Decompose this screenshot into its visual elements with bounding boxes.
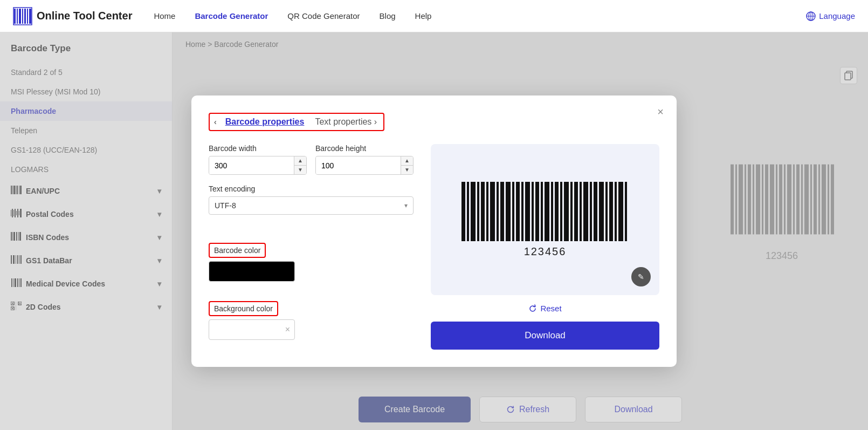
form-group-barcode-color: Barcode color [209,243,414,291]
barcode-width-input[interactable] [209,157,294,174]
modal-right-panel: 123456 ✎ Reset [431,144,659,350]
width-spin-down[interactable]: ▼ [294,166,306,174]
reset-button[interactable]: Reset [528,304,561,313]
tab-left-arrow: ‹ [214,118,217,126]
svg-rect-6 [29,9,31,24]
svg-rect-96 [551,182,553,241]
svg-rect-92 [532,182,534,241]
height-spinners: ▲ ▼ [401,156,413,174]
text-encoding-select[interactable]: UTF-8 ▾ [209,196,414,215]
svg-rect-86 [500,182,504,241]
nav-blog[interactable]: Blog [380,11,396,21]
modal-overlay: × ‹ Barcode properties Text properties › [0,32,868,430]
modal-left-panel: Barcode width ▲ ▼ Barcode height [209,144,414,350]
text-encoding-value: UTF-8 [215,201,404,210]
svg-rect-5 [27,9,28,24]
height-spin-up[interactable]: ▲ [401,156,413,166]
svg-rect-99 [564,182,569,241]
text-encoding-label: Text encoding [209,185,414,193]
tab-right-arrow: › [374,117,377,126]
barcode-width-label: Barcode width [209,144,307,153]
form-group-bg-color: Background color × [209,301,414,350]
svg-rect-3 [22,9,23,24]
width-spinners: ▲ ▼ [294,156,306,174]
svg-rect-102 [580,182,582,241]
svg-rect-89 [516,182,520,241]
barcode-height-label: Barcode height [315,144,414,153]
modal-body: Barcode width ▲ ▼ Barcode height [209,144,659,350]
svg-rect-87 [506,182,511,241]
svg-rect-108 [609,182,613,241]
barcode-width-input-wrap: ▲ ▼ [209,156,307,175]
barcode-color-label: Barcode color [209,243,266,258]
form-group-width: Barcode width ▲ ▼ [209,144,307,175]
reset-label: Reset [540,304,561,313]
logo-icon [13,6,32,26]
svg-rect-82 [481,182,485,241]
svg-rect-91 [525,182,530,241]
svg-rect-0 [14,9,16,24]
navbar: Online Tool Center Home Barcode Generato… [0,0,868,32]
svg-rect-105 [594,182,597,241]
edit-button[interactable]: ✎ [631,267,651,286]
svg-rect-101 [574,182,578,241]
svg-rect-84 [490,182,495,241]
svg-rect-93 [535,182,539,241]
svg-rect-111 [625,182,627,241]
svg-rect-97 [555,182,559,241]
svg-rect-100 [570,182,573,241]
nav-qr-code[interactable]: QR Code Generator [287,11,360,21]
background-color-swatch[interactable]: × [209,319,295,340]
svg-rect-106 [599,182,604,241]
width-spin-up[interactable]: ▲ [294,156,306,166]
modal-dialog: × ‹ Barcode properties Text properties › [191,95,677,367]
modal-barcode-svg [459,182,631,241]
select-arrow-icon: ▾ [404,202,408,209]
svg-rect-94 [541,182,543,241]
barcode-height-input[interactable] [316,157,401,174]
svg-rect-95 [545,182,549,241]
svg-rect-104 [590,182,592,241]
modal-tabs: ‹ Barcode properties Text properties › [209,113,384,131]
svg-rect-98 [560,182,562,241]
language-selector[interactable]: Language [806,11,855,21]
svg-rect-110 [618,182,623,241]
nav-home[interactable]: Home [154,11,175,21]
reset-icon [528,304,537,313]
svg-rect-81 [477,182,479,241]
bg-color-clear-icon[interactable]: × [285,325,290,335]
modal-close-button[interactable]: × [653,104,668,119]
svg-rect-85 [497,182,499,241]
modal-download-button[interactable]: Download [431,322,659,350]
modal-barcode-number: 123456 [524,245,567,258]
form-row-dimensions: Barcode width ▲ ▼ Barcode height [209,144,414,175]
svg-rect-1 [17,9,18,24]
svg-rect-109 [615,182,617,241]
tab-barcode-properties[interactable]: Barcode properties [223,116,307,128]
svg-rect-88 [512,182,514,241]
svg-rect-103 [583,182,588,241]
barcode-svg-wrap: 123456 [459,182,631,258]
svg-rect-4 [24,9,26,24]
nav-help[interactable]: Help [415,11,432,21]
barcode-height-input-wrap: ▲ ▼ [315,156,414,175]
svg-rect-80 [471,182,476,241]
height-spin-down[interactable]: ▼ [401,166,413,174]
svg-rect-2 [19,9,21,24]
barcode-color-swatch[interactable] [209,261,295,282]
globe-icon [806,11,816,21]
form-group-height: Barcode height ▲ ▼ [315,144,414,175]
nav-barcode-generator[interactable]: Barcode Generator [195,11,268,21]
nav-menu: Home Barcode Generator QR Code Generator… [154,11,806,21]
barcode-preview-box: 123456 ✎ [431,144,659,295]
language-label: Language [819,11,855,21]
logo[interactable]: Online Tool Center [13,6,132,26]
form-group-encoding: Text encoding UTF-8 ▾ [209,185,414,233]
background-color-label: Background color [209,301,278,316]
tab-text-properties[interactable]: Text properties › [313,116,379,128]
svg-rect-83 [486,182,488,241]
svg-rect-90 [521,182,523,241]
edit-icon: ✎ [638,272,644,281]
svg-rect-79 [467,182,469,241]
svg-rect-78 [461,182,465,241]
